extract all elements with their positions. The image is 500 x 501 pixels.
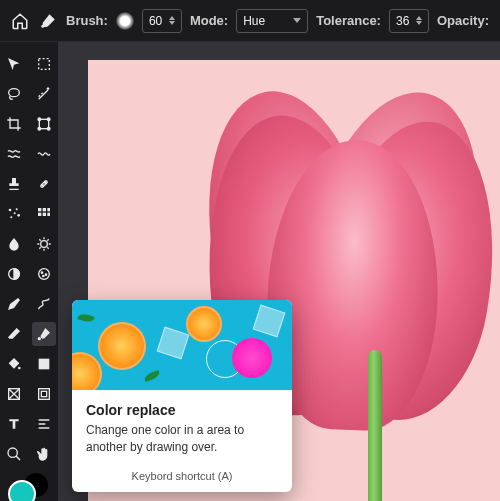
svg-point-9 [42,185,43,186]
brush-label: Brush: [66,13,108,28]
brush-preview[interactable] [116,12,134,30]
gradient-icon [36,356,52,372]
blur-icon [6,236,22,252]
heal-icon [36,176,52,192]
svg-rect-19 [38,213,41,216]
tolerance-value: 36 [396,14,412,28]
zoom-icon [6,446,22,462]
tooltip-title: Color replace [86,402,278,418]
mode-value: Hue [243,14,265,28]
tool-color-replace[interactable] [32,322,56,346]
svg-point-11 [9,209,12,212]
svg-point-0 [41,24,44,27]
svg-rect-33 [41,391,46,396]
svg-point-2 [9,89,20,97]
svg-rect-18 [47,208,50,211]
svg-rect-8 [40,180,48,188]
tolerance-input[interactable]: 36 [389,9,429,33]
color-replace-icon [36,326,52,342]
svg-rect-20 [43,213,46,216]
stepper-icon[interactable] [416,16,422,25]
tool-wand[interactable] [32,82,56,106]
eraser-icon [6,326,22,342]
svg-rect-17 [43,208,46,211]
tool-blur[interactable] [2,232,26,256]
svg-point-22 [41,241,48,248]
svg-rect-21 [47,213,50,216]
chevron-down-icon [293,18,301,23]
move-icon [6,56,22,72]
wand-icon [36,86,52,102]
tooltip-shortcut: Keybord shortcut (A) [72,464,292,492]
tool-pen[interactable] [2,292,26,316]
svg-point-10 [45,182,46,183]
home-icon[interactable] [10,11,30,31]
svg-rect-30 [39,359,50,370]
shape-x-icon [6,386,22,402]
tool-sharpen[interactable] [32,232,56,256]
mode-label: Mode: [190,13,228,28]
tool-fill[interactable] [2,352,26,376]
svg-point-4 [38,118,41,121]
svg-point-7 [47,127,50,130]
tool-heal[interactable] [32,172,56,196]
lasso-icon [6,86,22,102]
color-swatches[interactable] [6,478,52,501]
svg-rect-1 [39,59,50,70]
svg-point-28 [38,337,41,340]
svg-rect-16 [38,208,41,211]
brush-size-input[interactable]: 60 [142,9,182,33]
tool-marquee[interactable] [32,52,56,76]
tool-eraser[interactable] [2,322,26,346]
opacity-label: Opacity: [437,13,489,28]
svg-point-25 [41,272,42,273]
svg-point-13 [17,214,20,217]
tool-scatter[interactable] [2,202,26,226]
tolerance-label: Tolerance: [316,13,381,28]
warp-icon [36,146,52,162]
stepper-icon[interactable] [169,16,175,25]
tool-tooltip: Color replace Change one color in a area… [72,300,292,492]
tool-zoom[interactable] [2,442,26,466]
brush-size-value: 60 [149,14,165,28]
mode-select[interactable]: Hue [236,9,308,33]
tool-hand[interactable] [32,442,56,466]
crop-icon [6,116,22,132]
sponge-icon [36,266,52,282]
brush-tool-icon[interactable] [38,11,58,31]
svg-point-26 [45,274,46,275]
stamp-icon [6,176,22,192]
svg-point-15 [14,212,16,214]
tool-align[interactable] [32,412,56,436]
tooltip-preview [72,300,292,390]
tool-shape-x[interactable] [2,382,26,406]
tool-stamp[interactable] [2,172,26,196]
tool-transform[interactable] [32,112,56,136]
pen-icon [6,296,22,312]
tool-move[interactable] [2,52,26,76]
align-icon [36,416,52,432]
svg-point-5 [47,118,50,121]
tools-panel [0,42,58,501]
foreground-color[interactable] [8,480,36,501]
dodge-icon [6,266,22,282]
tool-text[interactable] [2,412,26,436]
svg-point-29 [18,367,21,370]
tool-liquify[interactable] [2,142,26,166]
tool-warp[interactable] [32,142,56,166]
sharpen-icon [36,236,52,252]
image-content [368,350,382,501]
tool-lasso[interactable] [2,82,26,106]
options-bar: Brush: 60 Mode: Hue Tolerance: 36 Opacit… [0,0,500,42]
svg-point-12 [16,208,18,210]
tool-sponge[interactable] [32,262,56,286]
tool-frame[interactable] [32,382,56,406]
tool-draw[interactable] [32,292,56,316]
fill-icon [6,356,22,372]
tool-dodge[interactable] [2,262,26,286]
tool-pattern[interactable] [32,202,56,226]
svg-point-6 [38,127,41,130]
tool-gradient[interactable] [32,352,56,376]
tool-crop[interactable] [2,112,26,136]
svg-point-27 [43,275,44,276]
